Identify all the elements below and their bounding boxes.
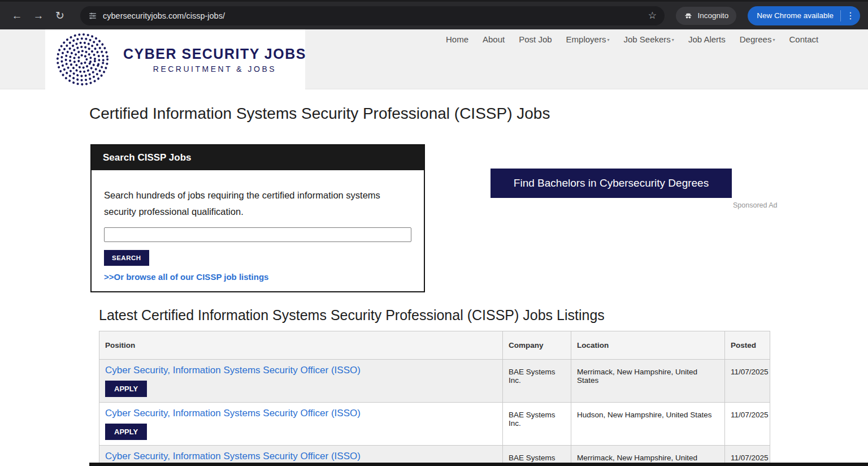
column-header-posted: Posted <box>725 331 770 360</box>
chevron-down-icon: ▾ <box>607 37 609 42</box>
nav-item-degrees[interactable]: Degrees▾ <box>740 34 775 44</box>
company-cell: BAE Systems Inc. <box>503 403 571 446</box>
search-button[interactable]: SEARCH <box>104 250 149 266</box>
job-title-link[interactable]: Cyber Security, Information Systems Secu… <box>105 451 361 462</box>
nav-item-label: Contact <box>789 34 818 44</box>
search-input[interactable] <box>104 227 411 242</box>
jobs-table: Position Company Location Posted Cyber S… <box>99 331 770 466</box>
search-panel: Search CISSP Jobs Search hundreds of job… <box>90 144 425 292</box>
table-row: Cyber Security, Information Systems Secu… <box>99 360 770 403</box>
apply-button[interactable]: APPLY <box>105 424 147 440</box>
page-title: Certified Information Systems Security P… <box>89 105 550 123</box>
posted-cell: 11/07/2025 <box>725 360 770 403</box>
forward-icon[interactable]: → <box>29 7 47 25</box>
browse-listings-link[interactable]: >>Or browse all of our CISSP job listing… <box>104 272 411 282</box>
column-header-position: Position <box>99 331 503 360</box>
logo-subtitle: RECRUITMENT & JOBS <box>123 64 306 74</box>
main-nav: Home About Post Job Employers▾ Job Seeke… <box>446 34 818 44</box>
nav-item-about[interactable]: About <box>483 34 505 44</box>
nav-item-label: Employers <box>566 34 606 44</box>
column-header-location: Location <box>571 331 725 360</box>
search-description: Search hundreds of jobs requiring the ce… <box>104 187 411 220</box>
sponsored-ad-label: Sponsored Ad <box>733 201 778 209</box>
button-divider <box>840 10 841 21</box>
degrees-banner-button[interactable]: Find Bachelors in Cybersecurity Degrees <box>491 169 732 198</box>
chevron-down-icon: ▾ <box>672 37 674 42</box>
nav-item-label: Job Alerts <box>688 34 726 44</box>
refresh-icon[interactable]: ↻ <box>51 7 69 25</box>
logo-dots-icon <box>50 32 115 87</box>
nav-item-label: Post Job <box>519 34 552 44</box>
bottom-strip <box>89 463 868 466</box>
table-row: Cyber Security, Information Systems Secu… <box>99 403 770 446</box>
table-header-row: Position Company Location Posted <box>99 331 770 360</box>
back-icon[interactable]: ← <box>8 7 26 25</box>
site-header: CYBER SECURITY JOBS RECRUITMENT & JOBS H… <box>0 29 868 89</box>
more-menu-icon[interactable]: ⋮ <box>843 10 858 21</box>
browser-toolbar: ← → ↻ cybersecurityjobs.com/cissp-jobs/ … <box>0 0 868 29</box>
site-settings-tune-icon[interactable] <box>88 11 97 20</box>
location-cell: Merrimack, New Hampshire, United States <box>571 360 725 403</box>
nav-item-contact[interactable]: Contact <box>789 34 818 44</box>
site-logo[interactable]: CYBER SECURITY JOBS RECRUITMENT & JOBS <box>45 29 305 89</box>
address-bar[interactable]: cybersecurityjobs.com/cissp-jobs/ ☆ <box>80 6 665 25</box>
listings-title: Latest Certified Information Systems Sec… <box>99 307 605 323</box>
column-header-company: Company <box>503 331 571 360</box>
job-title-link[interactable]: Cyber Security, Information Systems Secu… <box>105 365 361 376</box>
nav-item-label: Job Seekers <box>623 34 670 44</box>
logo-title: CYBER SECURITY JOBS <box>123 46 306 62</box>
nav-item-job-seekers[interactable]: Job Seekers▾ <box>623 34 674 44</box>
job-title-link[interactable]: Cyber Security, Information Systems Secu… <box>105 408 361 419</box>
location-cell: Hudson, New Hampshire, United States <box>571 403 725 446</box>
incognito-icon <box>684 11 693 20</box>
nav-item-home[interactable]: Home <box>446 34 468 44</box>
chevron-down-icon: ▾ <box>772 37 775 42</box>
company-cell: BAE Systems Inc. <box>503 360 571 403</box>
bookmark-star-icon[interactable]: ☆ <box>644 8 660 24</box>
url-text: cybersecurityjobs.com/cissp-jobs/ <box>103 11 639 20</box>
nav-item-label: Degrees <box>740 34 772 44</box>
nav-item-job-alerts[interactable]: Job Alerts <box>688 34 726 44</box>
nav-item-label: About <box>483 34 505 44</box>
nav-item-employers[interactable]: Employers▾ <box>566 34 610 44</box>
nav-item-post-job[interactable]: Post Job <box>519 34 552 44</box>
incognito-label: Incognito <box>697 11 728 20</box>
update-chrome-button[interactable]: New Chrome available ⋮ <box>748 6 860 25</box>
update-chrome-label: New Chrome available <box>757 11 834 20</box>
apply-button[interactable]: APPLY <box>105 381 147 397</box>
search-panel-title: Search CISSP Jobs <box>92 145 424 170</box>
posted-cell: 11/07/2025 <box>725 403 770 446</box>
nav-item-label: Home <box>446 34 468 44</box>
incognito-badge: Incognito <box>676 7 736 25</box>
